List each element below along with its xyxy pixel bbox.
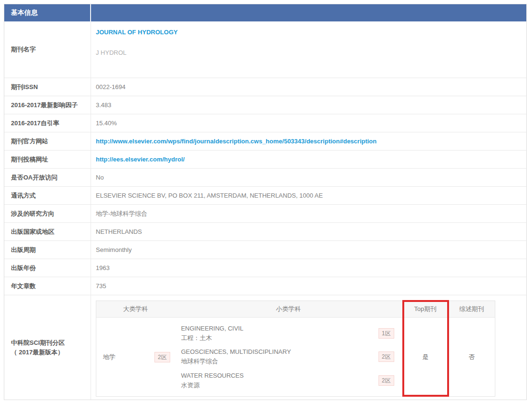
row-label: 期刊名字 [4,21,91,78]
table-header-title: 基本信息 [4,4,91,21]
minor-discipline-row: GEOSCIENCES, MULTIDISCIPLINARY 地球科学综合 2区 [181,347,394,366]
row-value: http://www.elsevier.com/wps/find/journal… [91,132,526,150]
submission-website-link[interactable]: http://ees.elsevier.com/hydrol/ [96,156,184,163]
row-value: 15.40% [91,114,526,132]
partition-subtable-header: 大类学科 小类学科 Top期刊 综述期刊 [96,301,495,318]
column-header-major-discipline: 大类学科 [96,301,175,317]
table-header: 基本信息 [4,4,526,21]
table-row-oa-access: 是否OA开放访问 No [4,169,526,187]
row-value: 地学-地球科学综合 [91,205,526,222]
row-label: 涉及的研究方向 [4,205,91,222]
row-label: 2016-2017最新影响因子 [4,96,91,114]
minor-discipline-zh: 水资源 [181,381,244,390]
minor-tier-badge: 1区 [379,328,394,339]
major-discipline-cell: 地学 2区 [96,318,175,396]
column-header-minor-discipline: 小类学科 [175,301,402,317]
row-label: 年文章数 [4,277,91,295]
major-discipline-name: 地学 [103,353,115,361]
row-label: 出版周期 [4,241,91,259]
column-header-review-journal: 综述期刊 [449,301,495,317]
major-tier-badge: 2区 [154,352,170,362]
table-row-issn: 期刊ISSN 0022-1694 [4,78,526,96]
row-label: 期刊投稿网址 [4,150,91,168]
review-journal-cell: 否 [449,318,495,396]
row-label: 中科院SCI期刊分区 （ 2017最新版本） [4,295,91,400]
minor-tier-badge: 2区 [379,351,394,362]
minor-discipline-text: GEOSCIENCES, MULTIDISCIPLINARY 地球科学综合 [181,347,291,366]
row-label: 期刊ISSN [4,78,91,96]
top-journal-cell: 是 [402,318,449,396]
partition-label-line1: 中科院SCI期刊分区 [11,338,91,348]
partition-subtable: 大类学科 小类学科 Top期刊 综述期刊 地学 2区 ENGINEERING, … [96,301,495,397]
minor-discipline-en: ENGINEERING, CIVIL [181,324,244,333]
minor-tier-badge: 2区 [379,375,394,386]
journal-name-link[interactable]: JOURNAL OF HYDROLOGY [96,29,178,36]
partition-subtable-body: 地学 2区 ENGINEERING, CIVIL 工程：土木 1区 [96,318,495,396]
row-value: 3.483 [91,96,526,114]
row-label: 2016-2017自引率 [4,114,91,132]
row-value: 大类学科 小类学科 Top期刊 综述期刊 地学 2区 ENGINEERING, … [91,295,526,400]
minor-discipline-row: WATER RESOURCES 水资源 2区 [181,371,394,390]
table-row-country: 出版国家或地区 NETHERLANDS [4,223,526,241]
table-row-research-field: 涉及的研究方向 地学-地球科学综合 [4,205,526,223]
column-header-top-journal: Top期刊 [402,301,449,317]
row-value: 0022-1694 [91,78,526,96]
row-value: http://ees.elsevier.com/hydrol/ [91,150,526,168]
minor-disciplines-cell: ENGINEERING, CIVIL 工程：土木 1区 GEOSCIENCES,… [175,318,402,396]
table-row-articles-per-year: 年文章数 735 [4,277,526,295]
journal-abbreviation: J HYDROL [96,49,126,56]
journal-info-table: 基本信息 期刊名字 JOURNAL OF HYDROLOGY J HYDROL … [4,4,527,400]
minor-discipline-en: WATER RESOURCES [181,371,244,381]
table-row-self-citation-rate: 2016-2017自引率 15.40% [4,114,526,132]
minor-discipline-en: GEOSCIENCES, MULTIDISCIPLINARY [181,347,291,357]
row-value: JOURNAL OF HYDROLOGY J HYDROL [91,21,526,78]
table-row-first-year: 出版年份 1963 [4,259,526,277]
minor-discipline-zh: 工程：土木 [181,333,244,343]
row-label: 通讯方式 [4,187,91,204]
official-website-link[interactable]: http://www.elsevier.com/wps/find/journal… [96,138,377,145]
row-label: 出版年份 [4,259,91,277]
table-row-journal-name: 期刊名字 JOURNAL OF HYDROLOGY J HYDROL [4,21,526,78]
table-row-impact-factor: 2016-2017最新影响因子 3.483 [4,96,526,114]
row-value: No [91,169,526,186]
row-value: 1963 [91,259,526,277]
row-label: 是否OA开放访问 [4,169,91,186]
minor-discipline-text: ENGINEERING, CIVIL 工程：土木 [181,324,244,343]
minor-discipline-row: ENGINEERING, CIVIL 工程：土木 1区 [181,324,394,343]
minor-discipline-text: WATER RESOURCES 水资源 [181,371,244,390]
minor-discipline-zh: 地球科学综合 [181,357,291,366]
table-row-cas-partition: 中科院SCI期刊分区 （ 2017最新版本） 大类学科 小类学科 Top期刊 综… [4,295,526,400]
table-header-spacer [91,4,526,21]
row-label: 出版国家或地区 [4,223,91,241]
table-row-frequency: 出版周期 Semimonthly [4,241,526,259]
row-value: Semimonthly [91,241,526,259]
table-row-contact: 通讯方式 ELSEVIER SCIENCE BV, PO BOX 211, AM… [4,187,526,205]
table-row-submission-website: 期刊投稿网址 http://ees.elsevier.com/hydrol/ [4,150,526,169]
partition-label-line2: （ 2017最新版本） [11,348,91,357]
row-label: 期刊官方网站 [4,132,91,150]
table-row-official-website: 期刊官方网站 http://www.elsevier.com/wps/find/… [4,132,526,150]
row-value: NETHERLANDS [91,223,526,241]
row-value: 735 [91,277,526,295]
row-value: ELSEVIER SCIENCE BV, PO BOX 211, AMSTERD… [91,187,526,204]
